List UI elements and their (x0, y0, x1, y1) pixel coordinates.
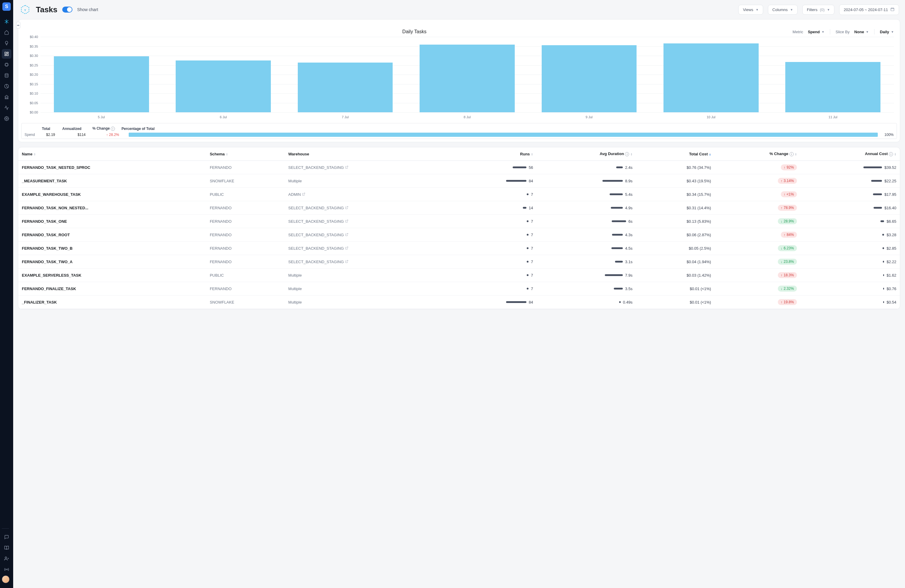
task-name-cell: FERNANDO_TASK_NON_NESTED... (18, 201, 206, 215)
avg-duration-cell: 4.9s (537, 201, 636, 215)
app-logo[interactable]: S (2, 2, 11, 11)
filters-dropdown[interactable]: Filters (0) ▼ (802, 5, 834, 15)
summary-row: Total Annualized % Change i Percentage o… (21, 123, 897, 139)
total-cost-cell: $0.34 (15.7%) (636, 188, 714, 201)
views-dropdown[interactable]: Views▼ (738, 5, 763, 15)
table-row[interactable]: FERNANDO_TASK_ROOTFERNANDOSELECT_BACKEND… (18, 228, 900, 242)
table-row[interactable]: EXAMPLE_WAREHOUSE_TASKPUBLICADMIN75.4s$0… (18, 188, 900, 201)
annual-cost-cell: $39.52 (800, 161, 900, 174)
pct-change-cell: ↓2.32% (714, 282, 800, 296)
bank-icon[interactable] (2, 92, 11, 102)
chart-bar[interactable] (542, 45, 637, 112)
chat-icon[interactable] (2, 532, 11, 542)
external-link-icon[interactable] (345, 219, 348, 223)
chart-bar[interactable] (298, 63, 393, 112)
chart-bar[interactable] (664, 43, 759, 112)
home-icon[interactable] (2, 27, 11, 37)
chip-icon[interactable] (2, 60, 11, 70)
col-avg-duration[interactable]: Avg Duration i▲▼ (537, 147, 636, 161)
lightbulb-icon[interactable] (2, 38, 11, 48)
book-icon[interactable] (2, 543, 11, 553)
info-icon[interactable]: i (625, 152, 629, 156)
col-schema[interactable]: Schema▲▼ (206, 147, 284, 161)
svg-rect-9 (891, 8, 894, 11)
annual-cost-cell: $17.95 (800, 188, 900, 201)
chart-bar[interactable] (176, 60, 271, 112)
dashboard-icon[interactable] (2, 49, 11, 59)
table-row[interactable]: FERNANDO_TASK_NON_NESTED...FERNANDOSELEC… (18, 201, 900, 215)
col-name[interactable]: Name▲▼ (18, 147, 206, 161)
task-name-cell: FERNANDO_TASK_TWO_A (18, 255, 206, 269)
annual-cost-cell: $16.40 (800, 201, 900, 215)
warehouse-cell[interactable]: SELECT_BACKEND_STAGING (284, 161, 452, 174)
broadcast-icon[interactable] (2, 565, 11, 574)
schema-cell: FERNANDO (206, 228, 284, 242)
runs-cell: 56 (452, 161, 537, 174)
sort-icon: ▲▼ (709, 153, 711, 156)
col-annual-cost[interactable]: Annual Cost i▲▼ (800, 147, 900, 161)
table-row[interactable]: EXAMPLE_SERVERLESS_TASKPUBLICMultiple77.… (18, 269, 900, 282)
schema-cell: FERNANDO (206, 282, 284, 296)
table-row[interactable]: FERNANDO_TASK_TWO_AFERNANDOSELECT_BACKEN… (18, 255, 900, 269)
show-chart-toggle[interactable] (62, 6, 72, 13)
add-user-icon[interactable] (2, 554, 11, 563)
svg-rect-3 (5, 55, 6, 56)
chart-bar[interactable] (54, 56, 149, 112)
date-range-picker[interactable]: 2024-07-05 ~ 2024-07-11 (839, 5, 899, 15)
runs-cell: 14 (452, 201, 537, 215)
gear-icon[interactable] (2, 114, 11, 123)
table-row[interactable]: FERNANDO_FINALIZE_TASKFERNANDOMultiple73… (18, 282, 900, 296)
annual-cost-cell: $1.62 (800, 269, 900, 282)
warehouse-cell[interactable]: SELECT_BACKEND_STAGING (284, 255, 452, 269)
columns-dropdown[interactable]: Columns▼ (768, 5, 797, 15)
table-row[interactable]: _MEASUREMENT_TASKSNOWFLAKEMultiple848.9s… (18, 174, 900, 188)
pct-change-cell: ↑84% (714, 228, 800, 242)
avg-duration-cell: 4.5s (537, 242, 636, 255)
runs-cell: 7 (452, 282, 537, 296)
external-link-icon[interactable] (345, 260, 348, 263)
sidebar: S (0, 0, 13, 588)
chart-bar[interactable] (419, 44, 515, 112)
sort-icon: ▲▼ (33, 153, 36, 156)
warehouse-cell[interactable]: SELECT_BACKEND_STAGING (284, 242, 452, 255)
info-icon[interactable]: i (111, 127, 115, 131)
metric-dropdown[interactable]: Metric Spend ▼ (792, 30, 824, 34)
col-warehouse[interactable]: Warehouse (284, 147, 452, 161)
chart-bar[interactable] (785, 62, 880, 112)
slice-by-dropdown[interactable]: Slice By None ▼ (835, 30, 869, 34)
info-icon[interactable]: i (789, 152, 794, 156)
avg-duration-cell: 8.9s (537, 174, 636, 188)
external-link-icon[interactable] (302, 192, 305, 196)
table-row[interactable]: FERNANDO_TASK_TWO_BFERNANDOSELECT_BACKEN… (18, 242, 900, 255)
warehouse-cell[interactable]: SELECT_BACKEND_STAGING (284, 228, 452, 242)
svg-point-7 (6, 569, 7, 570)
warehouse-cell[interactable]: SELECT_BACKEND_STAGING (284, 201, 452, 215)
y-tick: $0.15 (30, 82, 38, 86)
warehouse-cell[interactable]: SELECT_BACKEND_STAGING (284, 215, 452, 228)
table-row[interactable]: FERNANDO_TASK_ONEFERNANDOSELECT_BACKEND_… (18, 215, 900, 228)
warehouse-cell[interactable]: ADMIN (284, 188, 452, 201)
x-label: 8 Jul (406, 115, 528, 119)
external-link-icon[interactable] (345, 246, 348, 250)
table-row[interactable]: _FINALIZER_TASKSNOWFLAKEMultiple840.49s$… (18, 296, 900, 309)
external-link-icon[interactable] (345, 233, 348, 236)
activity-icon[interactable] (2, 103, 11, 113)
task-name-cell: FERNANDO_FINALIZE_TASK (18, 282, 206, 296)
schema-cell: FERNANDO (206, 242, 284, 255)
collapse-panel-button[interactable]: ◂▸ (16, 22, 21, 29)
sort-icon: ▲▼ (795, 153, 797, 156)
user-avatar[interactable] (2, 575, 10, 583)
granularity-dropdown[interactable]: Daily ▼ (880, 30, 894, 34)
pct-change-cell: ↓23.8% (714, 255, 800, 269)
col-pct-change[interactable]: % Change i▲▼ (714, 147, 800, 161)
database-icon[interactable] (2, 71, 11, 80)
external-link-icon[interactable] (345, 206, 348, 209)
x-label: 7 Jul (284, 115, 406, 119)
external-link-icon[interactable] (345, 165, 348, 169)
pie-chart-icon[interactable] (2, 81, 11, 91)
col-runs[interactable]: Runs▲▼ (452, 147, 537, 161)
info-icon[interactable]: i (889, 152, 893, 156)
snowflake-icon[interactable] (2, 17, 11, 26)
table-row[interactable]: FERNANDO_TASK_NESTED_SPROCFERNANDOSELECT… (18, 161, 900, 174)
col-total-cost[interactable]: Total Cost▲▼ (636, 147, 714, 161)
